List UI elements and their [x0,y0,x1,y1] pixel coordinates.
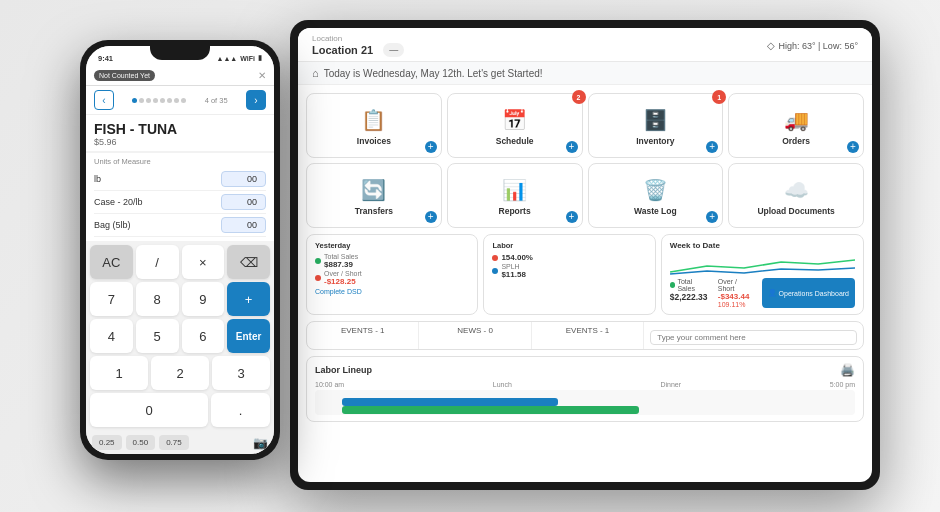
unit-name-case: Case - 20/lb [94,197,143,207]
prev-arrow[interactable]: ‹ [94,90,114,110]
splh-value: $11.58 [501,270,525,279]
dot-7 [174,98,179,103]
reports-add-btn[interactable]: + [566,211,578,223]
yesterday-label: Yesterday [315,241,469,250]
numpad-5[interactable]: 5 [136,319,179,353]
location-label: Location [312,34,404,43]
menu-card-orders[interactable]: 🚚 Orders + [728,93,864,158]
week-over-value: -$343.44 [718,292,754,301]
stats-row: Yesterday Total Sales $887.39 [306,234,864,315]
numpad-3[interactable]: 3 [212,356,270,390]
tab-events-2[interactable]: EVENTS - 1 [532,322,644,349]
inventory-add-btn[interactable]: + [706,141,718,153]
week-title: Week to Date [670,241,720,250]
weather-info: ◇ High: 63° | Low: 56° [767,40,858,51]
orders-icon: 🚚 [784,108,809,132]
signal-icon: ▲▲▲ [216,55,237,62]
phone-screen: 9:41 ▲▲▲ WiFi ▮ Not Counted Yet ✕ ‹ [86,46,274,454]
numpad-ac[interactable]: AC [90,245,133,279]
numpad-9[interactable]: 9 [182,282,225,316]
location-name: Location 21 [312,44,373,56]
numpad-enter-tall[interactable]: Enter [227,319,270,353]
ops-dashboard-btn[interactable]: 👤 Operations Dashboard [762,278,855,308]
menu-card-transfers[interactable]: 🔄 Transfers + [306,163,442,228]
invoices-add-btn[interactable]: + [425,141,437,153]
dot-6 [167,98,172,103]
week-stat-card: Week to Date [661,234,864,315]
waste-log-add-btn[interactable]: + [706,211,718,223]
transfers-add-btn[interactable]: + [425,211,437,223]
numpad-backspace[interactable]: ⌫ [227,245,270,279]
dot-3 [146,98,151,103]
labor-dot [492,255,498,261]
location-selector[interactable]: — [383,43,404,57]
not-counted-badge: Not Counted Yet [94,70,155,81]
inventory-badge: 1 [712,90,726,104]
product-info: FISH - TUNA $5.96 [86,115,274,151]
labor-time-labels: 10:00 am Lunch Dinner 5:00 pm [315,381,855,388]
tab-news[interactable]: NEWS - 0 [419,322,531,349]
numpad: AC / × ⌫ 7 8 9 + 4 5 6 Enter [86,241,274,431]
preset-025[interactable]: 0.25 [92,435,122,450]
unit-input-lb[interactable]: 00 [221,171,266,187]
numpad-6[interactable]: 6 [182,319,225,353]
over-short-dot [315,275,321,281]
tab-events-1[interactable]: EVENTS - 1 [307,322,419,349]
total-sales-label: Total Sales [324,253,358,260]
close-button[interactable]: ✕ [258,70,266,81]
numpad-dot[interactable]: . [211,393,270,427]
ops-dashboard-icon: 👤 [768,289,777,297]
print-icon[interactable]: 🖨️ [840,363,855,377]
dot-5 [160,98,165,103]
over-short-value: -$128.25 [324,277,362,286]
numpad-multiply[interactable]: × [182,245,225,279]
dot-8 [181,98,186,103]
phone-time: 9:41 [98,54,113,63]
numpad-divide[interactable]: / [136,245,179,279]
numpad-8[interactable]: 8 [136,282,179,316]
numpad-0[interactable]: 0 [90,393,208,427]
tablet-device: Location Location 21 — ◇ High: 63° | Low… [290,20,880,490]
schedule-add-btn[interactable]: + [566,141,578,153]
dot-1 [132,98,137,103]
schedule-badge: 2 [572,90,586,104]
yesterday-stat-card: Yesterday Total Sales $887.39 [306,234,478,315]
labor-title: Labor [492,241,646,250]
home-icon: ⌂ [312,67,319,79]
camera-icon[interactable]: 📷 [253,436,268,450]
numpad-4[interactable]: 4 [90,319,133,353]
time-label-2: Lunch [493,381,512,388]
schedule-label: Schedule [496,136,534,146]
numpad-7[interactable]: 7 [90,282,133,316]
total-sales-dot [315,258,321,264]
numpad-2[interactable]: 2 [151,356,209,390]
menu-card-invoices[interactable]: 📋 Invoices + [306,93,442,158]
time-label-4: 5:00 pm [830,381,855,388]
menu-card-upload-docs[interactable]: ☁️ Upload Documents [728,163,864,228]
numpad-1[interactable]: 1 [90,356,148,390]
menu-card-schedule[interactable]: 2 📅 Schedule + [447,93,583,158]
menu-card-inventory[interactable]: 1 🗄️ Inventory + [588,93,724,158]
week-sales-label: Total Sales [677,278,709,292]
week-stats: Total Sales $2,222.33 Over / Short -$343… [670,278,855,308]
menu-card-waste-log[interactable]: 🗑️ Waste Log + [588,163,724,228]
reports-label: Reports [499,206,531,216]
transfers-icon: 🔄 [361,178,386,202]
menu-card-reports[interactable]: 📊 Reports + [447,163,583,228]
complete-dsd-link[interactable]: Complete DSD [315,288,469,295]
wifi-icon: WiFi [240,55,255,62]
inventory-label: Inventory [636,136,674,146]
preset-050[interactable]: 0.50 [126,435,156,450]
next-arrow[interactable]: › [246,90,266,110]
orders-add-btn[interactable]: + [847,141,859,153]
unit-input-bag[interactable]: 00 [221,217,266,233]
numpad-row-1: AC / × ⌫ [90,245,270,279]
week-labor-pct: 109.11% [718,301,754,308]
comment-input[interactable] [650,330,857,345]
units-label: Units of Measure [94,157,266,166]
preset-075[interactable]: 0.75 [159,435,189,450]
page-counter: 4 of 35 [205,96,228,105]
numpad-plus[interactable]: + [227,282,270,316]
unit-input-case[interactable]: 00 [221,194,266,210]
transfers-label: Transfers [355,206,393,216]
